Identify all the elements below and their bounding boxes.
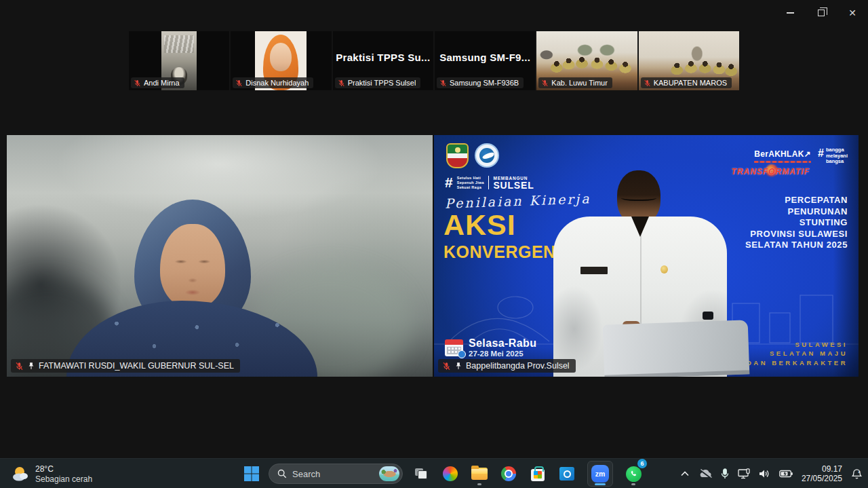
weather-condition: Sebagian cerah: [35, 474, 92, 484]
speaker-name-label: FATMAWATI RUSDI_WAKIL GUBERNUR SUL-SEL: [11, 359, 240, 373]
slide-date-days: Selasa-Rabu: [469, 337, 536, 350]
participant-tile-samsung[interactable]: Samsung SM-F9... Samsung SM-F936B: [435, 31, 535, 90]
task-view-button[interactable]: [412, 462, 430, 486]
muted-mic-icon: [442, 362, 451, 371]
copilot-button[interactable]: [441, 462, 459, 486]
tagline-line: Sekuat Raga: [457, 185, 484, 190]
slide-logos: [446, 143, 499, 168]
circular-agency-logo: [475, 143, 499, 168]
main-video-bappelitbangda[interactable]: # Setulus Hati Sepenuh Jiwa Sekuat Raga …: [434, 135, 859, 377]
onedrive-offline-icon[interactable]: [698, 469, 712, 478]
store-icon: [531, 469, 545, 481]
participant-display-name: Samsung SM-F9...: [435, 31, 535, 83]
participant-tile-praktisi-tpps[interactable]: Praktisi TPPS Su... Praktisi TPPS Sulsel: [333, 31, 433, 90]
weather-temperature: 28°C: [35, 464, 92, 474]
muted-mic-icon: [644, 79, 651, 87]
brand-sulsel: SULSEL: [493, 181, 534, 190]
search-input[interactable]: Search: [269, 464, 403, 484]
weather-widget[interactable]: 28°C Sebagian cerah: [7, 462, 96, 486]
muted-mic-icon: [338, 79, 345, 87]
pin-icon: [27, 362, 35, 370]
presenter-watch: [703, 312, 713, 320]
whatsapp-icon: [626, 466, 642, 482]
participant-tile-maros[interactable]: KABUPATEN MAROS: [639, 31, 739, 90]
muted-mic-icon: [541, 79, 549, 87]
system-tray: 09.17 27/05/2025 z: [680, 459, 863, 488]
zoom-icon: zm: [591, 465, 609, 483]
active-app-indicator: [595, 483, 606, 485]
clock-date: 27/05/2025: [802, 474, 842, 483]
phone-link-monitor-icon[interactable]: [738, 468, 750, 479]
slide-date-block: Selasa-Rabu 27-28 Mei 2025: [445, 337, 536, 358]
laptop: [603, 320, 750, 377]
sulsel-province-emblem: [446, 143, 469, 168]
whatsapp-button[interactable]: 6: [625, 462, 642, 486]
minimize-button[interactable]: [774, 0, 806, 26]
search-placeholder: Search: [292, 469, 374, 479]
running-indicator: [477, 483, 481, 485]
restore-button[interactable]: [806, 0, 837, 26]
photo-face-shape: [270, 43, 292, 71]
speaker-person: [87, 200, 297, 377]
participant-name-label: Kab. Luwu Timur: [538, 77, 612, 88]
microsoft-store-button[interactable]: [529, 462, 547, 486]
microphone-tray-icon[interactable]: [721, 468, 729, 479]
main-video-area: FATMAWATI RUSDI_WAKIL GUBERNUR SUL-SEL: [7, 135, 860, 377]
participant-tile-andi-mirna[interactable]: Andi Mirna: [129, 31, 229, 90]
berakhlak-arrow-icon: ↗: [804, 149, 811, 159]
windows-taskbar: 28°C Sebagian cerah Search zm: [0, 458, 868, 488]
whatsapp-notification-badge: 6: [637, 459, 647, 468]
speaker-face: [160, 224, 225, 309]
svg-text:z: z: [859, 470, 861, 474]
close-icon: ✕: [848, 7, 856, 18]
participant-tile-luwu-timur[interactable]: Kab. Luwu Timur: [536, 31, 637, 90]
search-highlight-image: [379, 466, 399, 481]
outlook-button[interactable]: [558, 462, 576, 486]
presenter-person: [541, 170, 765, 377]
tray-chevron-up-icon[interactable]: [680, 470, 690, 477]
presenter-name-label: Bappelitbangda Prov.Sulsel: [438, 359, 576, 373]
berakhlak-logo: BerAKHLAK: [754, 149, 804, 159]
search-icon: [277, 469, 287, 478]
task-view-icon: [415, 468, 427, 479]
participant-display-name: Praktisi TPPS Su...: [333, 31, 433, 83]
muted-mic-icon: [134, 79, 141, 87]
main-video-fatmawati[interactable]: FATMAWATI RUSDI_WAKIL GUBERNUR SUL-SEL: [7, 135, 434, 377]
running-indicator: [631, 483, 635, 485]
muted-mic-icon: [235, 79, 243, 87]
participant-name-label: Samsung SM-F936B: [437, 77, 524, 88]
copilot-icon: [443, 466, 458, 481]
slide-title-aksi: AKSI: [443, 208, 516, 242]
clock-time: 09.17: [802, 464, 842, 474]
close-button[interactable]: ✕: [837, 0, 868, 26]
windows-logo-icon: [243, 466, 260, 482]
chrome-button[interactable]: [500, 462, 517, 486]
notification-bell-dnd-icon[interactable]: z: [851, 468, 863, 480]
slide-date-detail: 27-28 Mei 2025: [469, 350, 536, 358]
calendar-icon: [445, 339, 463, 356]
outlook-icon: [559, 467, 574, 481]
bangga-line: bangsa: [826, 159, 848, 165]
battery-charging-icon[interactable]: [779, 470, 793, 478]
berakhlak-red-tagline-bar: [754, 161, 811, 163]
participant-name-label: Andi Mirna: [131, 77, 184, 88]
participant-name-label: KABUPATEN MAROS: [641, 77, 732, 88]
presenter-badge: [660, 265, 668, 274]
window-controls: ✕: [774, 0, 868, 26]
participant-name-label: Praktisi TPPS Sulsel: [335, 77, 421, 88]
taskbar-clock[interactable]: 09.17 27/05/2025: [802, 464, 842, 483]
start-button[interactable]: [243, 466, 260, 482]
presenter-nametag: [580, 267, 608, 274]
membangun-sulsel-brand: # Setulus Hati Sepenuh Jiwa Sekuat Raga …: [445, 174, 534, 191]
zoom-app-button[interactable]: zm: [587, 461, 613, 487]
tagline-line: Setulus Hati: [457, 176, 484, 181]
file-explorer-icon: [471, 468, 488, 480]
file-explorer-button[interactable]: [471, 462, 488, 486]
muted-mic-icon: [439, 79, 447, 87]
participant-tile-disnak-nurhidayah[interactable]: Disnak Nurhidayah: [231, 31, 331, 90]
chrome-icon: [501, 466, 516, 481]
participant-name-label: Disnak Nurhidayah: [233, 77, 313, 88]
weather-partly-cloudy-icon: [11, 465, 30, 483]
muted-mic-icon: [15, 362, 24, 371]
speaker-volume-icon[interactable]: [759, 469, 770, 478]
